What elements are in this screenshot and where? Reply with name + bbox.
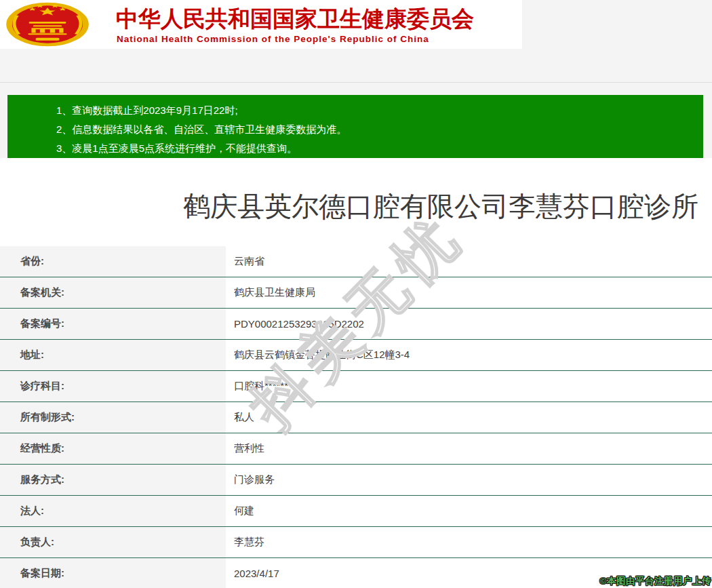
field-value: 营利性 [226,433,712,464]
field-label: 地址: [0,340,226,370]
notice-line-1: 1、查询数据截止到2023年9月17日22时; [56,101,703,120]
field-label: 服务方式: [0,465,226,495]
uploader-watermark-badge: ©本图由平台注册用户上传 [600,575,711,587]
notice-line-2: 2、信息数据结果以各省、自治区、直辖市卫生健康委数据为准。 [56,120,703,139]
field-label: 经营性质: [0,433,226,464]
institution-name-title: 鹤庆县英尔德口腔有限公司李慧芬口腔诊所 [183,188,698,225]
field-value: 何建 [226,496,712,526]
nhc-query-result-page: 中华人民共和国国家卫生健康委员会 National Health Commiss… [0,0,712,588]
field-label: 备案日期: [0,558,226,588]
field-row-operating-nature: 经营性质: 营利性 [0,433,712,465]
notice-banner: 1、查询数据截止到2023年9月17日22时; 2、信息数据结果以各省、自治区、… [7,95,703,158]
field-value: 云南省 [226,246,712,277]
notice-line-3: 3、凌晨1点至凌晨5点系统进行维护，不能提供查询。 [56,139,703,158]
field-label: 所有制形式: [0,402,226,433]
field-row-ownership: 所有制形式: 私人 [0,402,712,433]
field-row-province: 省份: 云南省 [0,246,712,277]
field-label: 诊疗科目: [0,371,226,401]
field-value: 鹤庆县卫生健康局 [226,277,712,308]
field-value: 鹤庆县云鹤镇金菩提商业街C区12幢3-4 [226,340,712,370]
field-label: 负责人: [0,527,226,557]
site-header: 中华人民共和国国家卫生健康委员会 National Health Commiss… [0,0,522,49]
field-row-filing-authority: 备案机关: 鹤庆县卫生健康局 [0,277,712,309]
field-value: 口腔科****** [226,371,712,401]
site-title-chinese: 中华人民共和国国家卫生健康委员会 [116,4,474,35]
field-value: 李慧芬 [226,527,712,557]
field-value: 门诊服务 [226,465,712,495]
field-label: 省份: [0,246,226,277]
field-label: 备案机关: [0,277,226,308]
field-row-service-mode: 服务方式: 门诊服务 [0,465,712,496]
field-row-person-in-charge: 负责人: 李慧芬 [0,527,712,558]
field-label: 备案编号: [0,309,226,339]
field-row-address: 地址: 鹤庆县云鹤镇金菩提商业街C区12幢3-4 [0,340,712,371]
record-detail-table: 省份: 云南省 备案机关: 鹤庆县卫生健康局 备案编号: PDY00021253… [0,246,712,588]
site-title-english: National Health Commission of the People… [117,34,429,44]
field-row-legal-person: 法人: 何建 [0,496,712,527]
field-row-diagnosis-subjects: 诊疗科目: 口腔科****** [0,371,712,402]
field-row-filing-number: 备案编号: PDY00021253293215D2202 [0,309,712,340]
header-divider [0,82,712,83]
china-national-emblem-icon [5,2,90,47]
field-label: 法人: [0,496,226,526]
field-value: PDY00021253293215D2202 [226,309,712,339]
field-value: 私人 [226,402,712,433]
